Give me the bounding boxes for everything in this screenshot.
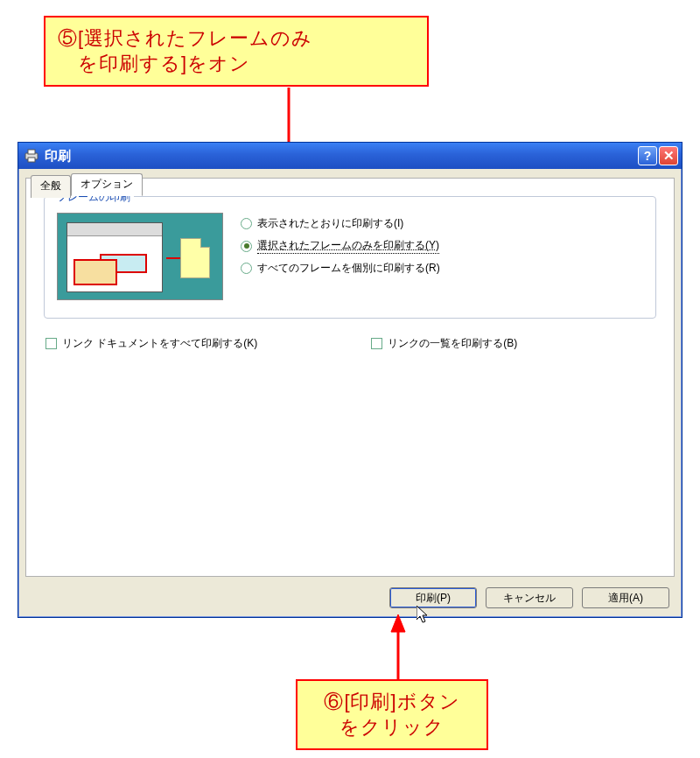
radio-icon xyxy=(241,218,252,229)
callout-step6: ⑥[印刷]ボタン をクリック xyxy=(296,679,488,750)
radio-each-frame[interactable]: すべてのフレームを個別に印刷する(R) xyxy=(241,261,440,276)
radio-selected-frame[interactable]: 選択されたフレームのみを印刷する(Y) xyxy=(241,238,440,254)
apply-button[interactable]: 適用(A) xyxy=(582,587,669,608)
svg-marker-7 xyxy=(391,614,405,632)
checkbox-label: リンクの一覧を印刷する(B) xyxy=(388,336,517,351)
printer-icon xyxy=(24,148,39,164)
frame-illustration xyxy=(57,213,223,300)
close-button[interactable]: ✕ xyxy=(659,146,678,165)
dialog-buttons: 印刷(P) キャンセル 適用(A) xyxy=(389,587,669,608)
checkbox-icon xyxy=(46,338,57,349)
help-button[interactable]: ? xyxy=(638,146,657,165)
dialog-body: フレームの印刷 表示されたとおりに印刷する(I) 選択さ xyxy=(25,178,675,577)
checkbox-row: リンク ドキュメントをすべて印刷する(K) リンクの一覧を印刷する(B) xyxy=(46,336,656,351)
radio-label: すべてのフレームを個別に印刷する(R) xyxy=(257,261,440,276)
checkbox-label: リンク ドキュメントをすべて印刷する(K) xyxy=(62,336,257,351)
radio-icon xyxy=(241,263,252,274)
frame-print-group: フレームの印刷 表示されたとおりに印刷する(I) 選択さ xyxy=(44,196,656,319)
svg-rect-3 xyxy=(28,150,35,154)
tab-general[interactable]: 全般 xyxy=(31,175,71,198)
check-link-docs[interactable]: リンク ドキュメントをすべて印刷する(K) xyxy=(46,336,257,351)
svg-rect-4 xyxy=(28,158,35,162)
checkbox-icon xyxy=(371,338,382,349)
print-button[interactable]: 印刷(P) xyxy=(389,587,477,608)
dialog-title: 印刷 xyxy=(45,148,636,165)
check-link-table[interactable]: リンクの一覧を印刷する(B) xyxy=(371,336,517,351)
radio-as-laid-out[interactable]: 表示されたとおりに印刷する(I) xyxy=(241,216,440,231)
arrow-step6 xyxy=(385,614,411,683)
radio-label: 選択されたフレームのみを印刷する(Y) xyxy=(257,238,439,254)
frame-radio-group: 表示されたとおりに印刷する(I) 選択されたフレームのみを印刷する(Y) すべて… xyxy=(241,213,440,276)
cancel-button[interactable]: キャンセル xyxy=(486,587,573,608)
print-dialog: 印刷 ? ✕ 全般 オプション フレームの印刷 表示されたと xyxy=(18,142,682,618)
titlebar: 印刷 ? ✕ xyxy=(18,143,682,169)
tab-options[interactable]: オプション xyxy=(71,173,143,196)
radio-label: 表示されたとおりに印刷する(I) xyxy=(257,216,403,231)
radio-icon xyxy=(241,241,252,252)
callout-step5: ⑤[選択されたフレームのみ を印刷する]をオン xyxy=(44,16,429,87)
tabstrip: 全般 オプション xyxy=(31,173,143,196)
